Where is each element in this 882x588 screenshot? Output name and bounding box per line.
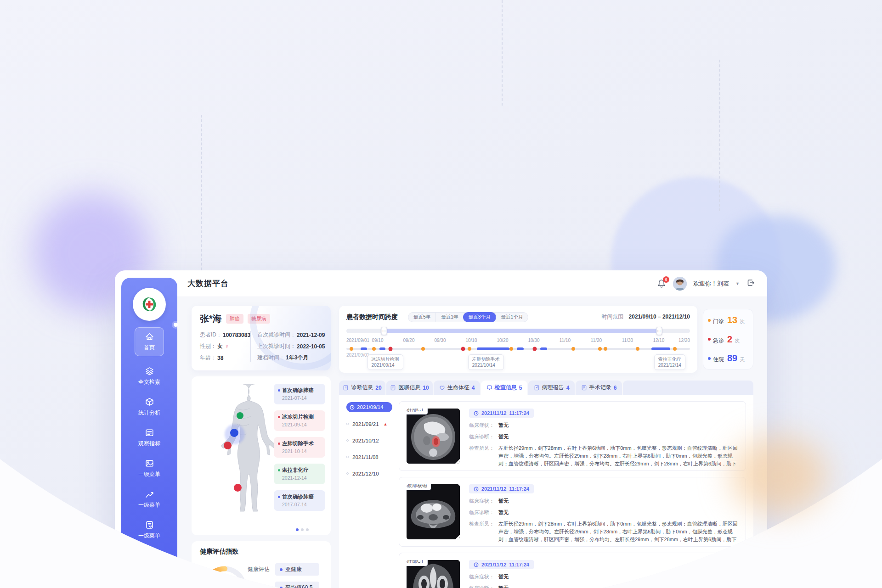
sidebar-item-fulltext-search[interactable]: 全文检索 [121, 361, 177, 392]
image-chart-icon [145, 459, 154, 468]
stat-emergency: 急诊 2 次 [708, 334, 748, 345]
notification-bell-icon[interactable]: 6 [656, 279, 667, 289]
body-marker-red[interactable] [224, 442, 232, 449]
sidebar-item-home[interactable]: 首页 [135, 327, 164, 356]
exam-date-item-active[interactable]: 2021/09/14 [346, 402, 392, 412]
scan-type-badge: 肝部CT [407, 409, 428, 414]
sidebar-item-label: 一级菜单 [138, 470, 160, 478]
avatar[interactable] [673, 277, 687, 291]
blue-dot [708, 357, 711, 360]
body-event-chip[interactable]: 左肺切除手术 2021-10-14 [274, 437, 325, 458]
patient-info-card: 张*海 肺癌 糖尿病 患者ID：100783083 性别：女♀ 年龄：38 首次… [192, 306, 331, 370]
event-tooltip: 索拉非化疗2021/12/14 [654, 354, 685, 370]
date-bullet [346, 472, 349, 475]
patient-name: 张*海 [200, 313, 222, 325]
tab-exams[interactable]: 检查信息5 [481, 381, 527, 395]
range-button-1m[interactable]: 最近1个月 [496, 313, 528, 322]
page-dot[interactable] [296, 528, 299, 531]
gender-value: 女 [217, 342, 223, 350]
clock-icon [474, 487, 479, 492]
sidebar-item-label: 一级菜单 [138, 532, 160, 540]
report-card[interactable]: 肝部CT [399, 401, 746, 471]
sidebar-item-menu-3[interactable]: 一级菜单 [121, 515, 177, 545]
header-bar: 大数据平台 6 欢迎你！刘霞 ▼ [177, 270, 767, 297]
inpatient-event-segment[interactable] [361, 347, 367, 350]
body-marker-red[interactable] [234, 484, 242, 492]
exam-date-item[interactable]: 2021/10/12 [346, 436, 392, 445]
decor-dashed-line [719, 60, 720, 211]
time-range-slider[interactable] [346, 329, 690, 333]
report-icon [534, 385, 540, 391]
outpatient-event-dot[interactable] [468, 347, 471, 351]
outpatient-event-dot[interactable] [598, 347, 602, 351]
report-card[interactable]: 肝部CT [399, 553, 746, 588]
sidebar-item-menu-1[interactable]: 一级菜单 [121, 453, 177, 484]
range-button-5y[interactable]: 最近5年 [408, 313, 435, 322]
inpatient-event-segment[interactable] [540, 347, 547, 350]
report-card[interactable]: 腹部核磁 [399, 477, 746, 547]
emergency-event-dot[interactable] [389, 347, 393, 351]
body-event-chip[interactable]: 首次确诊肺癌 2021-07-14 [274, 384, 325, 404]
emergency-event-dot[interactable] [532, 347, 537, 351]
exam-date-item[interactable]: 2021/12/10 [346, 469, 392, 478]
patient-id-label: 患者ID： [200, 331, 222, 339]
page-dot[interactable] [306, 528, 309, 531]
outpatient-event-dot[interactable] [571, 347, 575, 351]
sidebar-item-indicators[interactable]: 观察指标 [121, 422, 177, 453]
decor-dashed-line [502, 0, 503, 106]
last-visit-value: 2022-10-05 [297, 343, 325, 350]
scan-type-badge: 肝部CT [407, 560, 428, 566]
event-dot [278, 469, 280, 471]
chevron-down-icon[interactable]: ▼ [735, 281, 740, 286]
event-title: 冰冻切片检测 [282, 414, 314, 420]
slider-handle-left[interactable] [381, 327, 387, 335]
body-map-card: 首次确诊肺癌 2021-07-14 冰冻切片检测 2021-09-14 左肺切除… [192, 376, 331, 535]
outpatient-event-dot[interactable] [509, 347, 513, 351]
ct-scan-image: 肝部CT [407, 560, 460, 588]
sidebar-item-label: 全文检索 [138, 378, 160, 386]
page-dot[interactable] [301, 528, 304, 531]
sidebar-item-menu-2[interactable]: 一级菜单 [121, 484, 177, 515]
left-column: 张*海 肺癌 糖尿病 患者ID：100783083 性别：女♀ 年龄：38 首次… [192, 306, 331, 588]
inpatient-event-segment[interactable] [517, 347, 524, 350]
slider-handle-right[interactable] [656, 327, 662, 335]
inpatient-event-segment[interactable] [651, 347, 670, 350]
timeline-card: 患者数据时间跨度 最近5年 最近1年 最近3个月 最近1个月 时间范围 2021… [339, 306, 697, 373]
range-button-1y[interactable]: 最近1年 [435, 313, 463, 322]
outpatient-event-dot[interactable] [421, 347, 425, 351]
slider-fill [384, 329, 659, 333]
outpatient-event-dot[interactable] [604, 347, 607, 351]
scan-type-badge: 腹部核磁 [407, 484, 431, 490]
archive-time-label: 建档时间： [257, 354, 285, 362]
health-gauge: 50.4 [196, 558, 253, 588]
tab-surgery[interactable]: 手术记录6 [576, 381, 622, 395]
sidebar-item-statistics[interactable]: 统计分析 [121, 392, 177, 422]
exam-date-item[interactable]: 2021/09/21▲ [346, 419, 392, 429]
tab-vitals[interactable]: 生命体征4 [434, 381, 480, 395]
logout-icon[interactable] [746, 278, 755, 289]
tab-orders[interactable]: 医嘱信息10 [386, 381, 433, 395]
tab-diagnosis[interactable]: 诊断信息20 [339, 381, 385, 395]
outpatient-event-dot[interactable] [673, 347, 677, 351]
home-icon [145, 332, 154, 342]
body-event-chip[interactable]: 冰冻切片检测 2021-09-14 [274, 410, 325, 431]
outpatient-event-dot[interactable] [350, 347, 353, 351]
sidebar: 首页 全文检索 统计分析 观察指标 一级菜单 [121, 278, 177, 588]
inpatient-event-segment[interactable] [379, 347, 385, 350]
tab-pathology[interactable]: 病理报告4 [528, 381, 575, 395]
age-value: 38 [217, 355, 223, 361]
inpatient-event-segment[interactable] [477, 347, 509, 350]
body-marker-green[interactable] [237, 412, 243, 419]
time-range-label: 时间范围 [601, 314, 623, 320]
body-marker-blue[interactable] [230, 429, 238, 437]
date-bullet [346, 439, 349, 442]
emergency-event-dot[interactable] [461, 347, 465, 351]
outpatient-event-dot[interactable] [372, 347, 376, 351]
body-event-chip[interactable]: 首次确诊肺癌 2017-07-14 [274, 490, 325, 511]
exam-date-item[interactable]: 2021/11/08 [346, 452, 392, 462]
event-title: 首次确诊肺癌 [282, 387, 314, 393]
body-event-chip[interactable]: 索拉非化疗 2021-12-14 [274, 464, 325, 484]
date-bullet [346, 456, 349, 458]
outpatient-event-dot[interactable] [636, 347, 639, 351]
range-button-3m[interactable]: 最近3个月 [463, 312, 496, 322]
